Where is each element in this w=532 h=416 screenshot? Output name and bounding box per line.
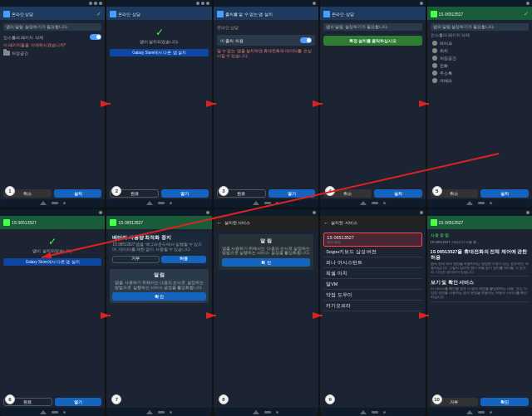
nav-home-3[interactable] [264, 202, 271, 204]
step-number-4: 4 [325, 186, 335, 196]
main-container: 온라인 상담 ✓ 앱의 알림 설정하기가 필요합니다. 인스톨러 패키지 삭제 … [0, 0, 532, 416]
card-6: 1S 06513527 ✓ 앱이 설치되었습니다. Galaxy Store에서… [0, 209, 105, 417]
nav-home-2[interactable] [158, 202, 165, 204]
battery-text-7: 1S 06513527 앱을 백그라운드에서 실행할 수 있으며, 데이터를 제… [112, 242, 205, 253]
step-number-6: 6 [5, 394, 15, 404]
status-signal-9 [420, 211, 423, 214]
nav-back-3[interactable] [253, 201, 259, 205]
notification-text-1: 앱의 알림 설정하기가 필요합니다. [6, 25, 68, 29]
nav-back-6[interactable] [40, 410, 47, 414]
status-signal-6 [99, 211, 102, 214]
confirm-btn-6[interactable]: 열기 [55, 398, 102, 406]
nav-back-8[interactable] [253, 410, 259, 414]
nav-home-1[interactable] [52, 202, 58, 204]
service-item-2[interactable]: 피나 어시스턴트 [323, 258, 421, 268]
body-1: 앱의 알림 설정하기가 필요합니다. 인스톨러 패키지 삭제 이 패키지들을 삭… [0, 20, 105, 199]
dialog-text-7: 앱을 사용하기 위해서는 다음의 순서로 설정하는 방법으로 실행하는 서비스 … [112, 281, 205, 291]
service-item-6[interactable]: 카기오프라 [323, 301, 421, 311]
location-icon [432, 48, 437, 53]
card-9: ← 설치된 서비스 1S 06513527 원격 접속 Sogou키보드 삼성 … [320, 209, 425, 417]
dialog-7: 알 림 앱을 사용하기 위해서는 다음의 순서로 설정하는 방법으로 실행하는 … [110, 269, 208, 304]
nav-home-4[interactable] [372, 202, 378, 204]
status-wifi [94, 2, 97, 5]
nav-home-7[interactable] [158, 411, 165, 414]
nav-back-7[interactable] [146, 410, 153, 414]
see-section-10: 보기 및 확인 서비스 이 서비스를 확인할 경우 이 앱의 제한을 활성화하는… [431, 278, 529, 302]
nav-back-5[interactable] [466, 201, 473, 205]
nav-recent-2[interactable] [170, 202, 172, 204]
status-bar-3 [214, 0, 318, 7]
header-text-1: 온라인 상담 [12, 12, 95, 17]
nav-back-4[interactable] [360, 201, 367, 205]
nav-recent-7[interactable] [170, 411, 172, 414]
status-bar-10 [427, 209, 532, 216]
confirm-btn-1[interactable]: 설치 [54, 189, 102, 198]
nav-back-2[interactable] [146, 201, 153, 205]
header-4: 온라인 상담 [320, 7, 425, 20]
see-label-10: 보기 및 확인 서비스 [431, 280, 529, 286]
header-5: 1S 06513527 ✓ [427, 7, 532, 20]
body-9: 1S 06513527 원격 접속 Sogou키보드 삼성 버전 피나 어시스턴… [320, 229, 425, 409]
body-4: 앱의 알림 설정하기가 필요합니다. 특정 설치를 클릭하십시오 취소 설치 [320, 20, 425, 199]
confirm-btn-2[interactable]: 열기 [161, 189, 209, 198]
nav-recent-10[interactable] [490, 411, 492, 414]
galaxy-btn-2[interactable]: Galaxy Store에서 다른 앱 설치 [110, 49, 208, 56]
status-wifi-2 [201, 2, 204, 5]
app-icon-10 [431, 219, 437, 226]
nav-8 [214, 408, 318, 416]
service-item-1[interactable]: Sogou키보드 삼성 버전 [323, 247, 421, 257]
nav-recent-3[interactable] [276, 202, 278, 204]
nav-recent-4[interactable] [383, 202, 386, 204]
card-8: ← 설치된 서비스 알 림 앱을 사용하기 위해서는 다음의 순서로 설정하는 … [214, 209, 318, 417]
confirm-btn-10[interactable]: 확인 [480, 398, 529, 406]
service-item-4[interactable]: 알VM [323, 280, 421, 290]
nav-home-5[interactable] [478, 202, 485, 204]
body-3: 온라인 상담 이 출처 허용 알 수 없는 앱을 설치하면 휴대전화와 데이터를… [214, 20, 318, 199]
back-arrow-9[interactable]: ← [323, 220, 329, 226]
step-number-5: 5 [432, 186, 442, 196]
nav-recent-9[interactable] [383, 411, 386, 414]
nav-recent-5[interactable] [490, 202, 492, 204]
nav-back-9[interactable] [360, 410, 367, 414]
nav-home-6[interactable] [52, 411, 58, 414]
service-label-10: 사용 중 됨 [431, 233, 529, 237]
permissions-list-5: 마이크 위치 저장공간 전화 [431, 40, 529, 84]
allow-btn-7[interactable]: 허용 [161, 256, 206, 263]
nav-1 [0, 199, 105, 208]
app-icon-1 [3, 11, 10, 17]
btn-row-2: 완료 열기 [110, 188, 208, 198]
service-item-highlighted[interactable]: 1S 06513527 원격 접속 [323, 232, 421, 247]
dialog-ok-7[interactable]: 확 인 [112, 292, 205, 301]
nav-home-9[interactable] [372, 411, 378, 414]
confirm-ok-8[interactable]: 확 인 [222, 258, 310, 267]
toggle-3[interactable] [300, 37, 312, 43]
confirm-btn-3[interactable]: 열기 [268, 189, 316, 198]
mic-icon [432, 41, 437, 46]
back-arrow-8[interactable]: ← [217, 220, 223, 226]
nav-recent-8[interactable] [276, 411, 278, 414]
status-bar-6 [0, 209, 105, 216]
confirm-btn-5[interactable]: 설치 [480, 189, 529, 198]
header-text-4: 온라인 상담 [332, 12, 421, 17]
nav-recent-1[interactable] [63, 202, 66, 204]
btn-row-6: 완료 열기 [3, 396, 101, 406]
btn-row-5: 취소 설치 [431, 188, 529, 198]
nav-7 [106, 408, 211, 416]
highlight-4[interactable]: 특정 설치를 클릭하십시오 [323, 36, 421, 46]
info-title-10: 1S 06513527을 휴대전화의 전체 제어에 관한 허용 [431, 249, 529, 261]
toggle-1[interactable] [90, 34, 101, 40]
nav-back-1[interactable] [40, 201, 47, 205]
nav-back-10[interactable] [466, 410, 473, 414]
status-signal-10 [526, 211, 530, 214]
nav-home-10[interactable] [478, 411, 485, 414]
deny-btn-7[interactable]: 거부 [112, 256, 159, 263]
nav-recent-6[interactable] [63, 411, 66, 414]
galaxy-btn-6[interactable]: Galaxy Store에서 다른 앱 설치 [3, 258, 101, 266]
nav-home-8[interactable] [264, 411, 271, 414]
card-7: 1S 06513527 배터리 사용량 최적화 중지 1S 06513527 앱… [106, 209, 211, 417]
service-item-5[interactable]: 약점 도우미 [323, 291, 421, 301]
confirm-btn-4[interactable]: 설치 [374, 189, 422, 198]
service-item-3[interactable]: 픽셀 마치 [323, 269, 421, 279]
service-name-5: 약점 도우미 [326, 292, 419, 298]
location-label: 위치 [440, 48, 448, 53]
